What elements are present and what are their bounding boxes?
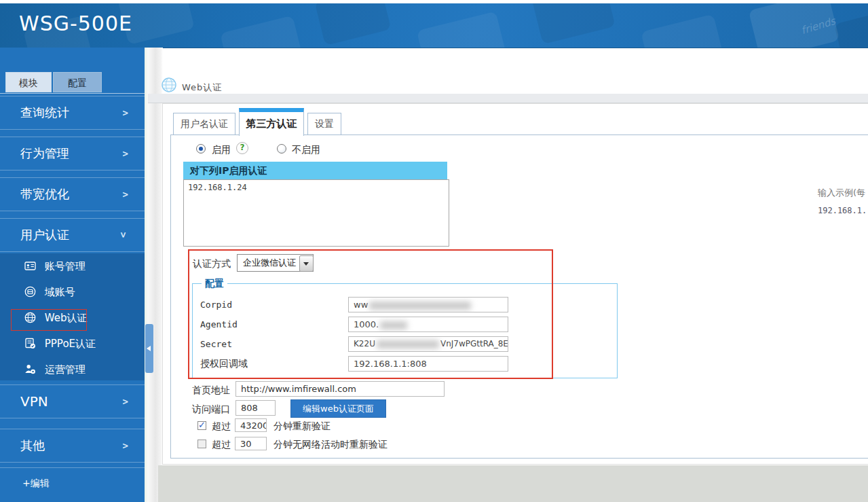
app-window: WSG-500E friends 模块 配置 查询统计 行为管理 带宽优化 用户… <box>0 0 868 502</box>
content-footer-area <box>158 465 868 502</box>
reauth-timeout-checkbox[interactable] <box>197 421 206 430</box>
sidebar-item-user-auth[interactable]: 用户认证 <box>0 218 145 252</box>
sidebar-item-pppoe-auth[interactable]: PPPoE认证 <box>0 334 145 353</box>
timeout2-suffix: 分钟无网络活动时重新验证 <box>273 439 388 451</box>
ip-list-header: 对下列IP启用认证 <box>183 162 447 179</box>
timeout2-prefix: 超过 <box>212 439 231 451</box>
sidebar-item-domain-account[interactable]: 域账号 <box>0 283 145 302</box>
secret-input[interactable]: K22UVnJ7wPGttRA_8E1B0 <box>348 336 508 352</box>
domain-account-icon <box>24 285 36 296</box>
timeout1-suffix: 分钟重新验证 <box>273 420 331 433</box>
secret-label: Secret <box>200 339 232 349</box>
timeout1-prefix: 超过 <box>212 420 231 433</box>
ip-hint-line1: 输入示例(每 <box>818 187 865 199</box>
sidebar-item-account-mgmt[interactable]: 账号管理 <box>0 257 145 276</box>
auth-method-label: 认证方式 <box>193 258 231 270</box>
secret-suffix-text: VnJ7wPGttRA_8E1B0 <box>440 339 508 348</box>
sidebar-item-query-stats[interactable]: 查询统计 <box>0 96 145 130</box>
help-icon[interactable]: ? <box>236 142 248 154</box>
sidebar-item-label: Web认证 <box>45 312 88 324</box>
sidebar-edit-button[interactable]: +编辑 <box>0 467 145 502</box>
sidebar-item-other[interactable]: 其他 <box>0 429 145 463</box>
sidebar-tab-config[interactable]: 配置 <box>53 72 102 92</box>
operator-person-icon <box>24 362 36 374</box>
globe-icon <box>162 77 176 92</box>
blurred-text <box>369 302 471 310</box>
chevron-right-icon <box>123 178 128 211</box>
tab-settings[interactable]: 设置 <box>307 113 341 135</box>
corpid-input[interactable]: ww <box>348 297 508 312</box>
globe-icon <box>24 310 36 322</box>
disable-radio-label[interactable]: 不启用 <box>292 144 320 156</box>
sidebar-tab-modules[interactable]: 模块 <box>5 72 52 92</box>
sidebar-item-label: 域账号 <box>45 286 75 298</box>
callback-domain-input[interactable]: 192.168.1.1:808 <box>348 356 508 372</box>
sidebar-item-label: 行为管理 <box>20 146 69 160</box>
config-legend: 配置 <box>202 278 227 290</box>
enable-radio-label[interactable]: 启用 <box>212 144 231 156</box>
timeout1-minutes-input[interactable] <box>235 418 267 432</box>
agentid-input[interactable]: 1000. <box>348 317 508 332</box>
id-card-icon <box>24 259 36 270</box>
sidebar-item-web-auth[interactable]: Web认证 <box>0 308 145 327</box>
sidebar-item-label: 查询统计 <box>20 105 69 120</box>
chevron-right-icon <box>123 429 128 462</box>
corpid-visible-text: ww <box>354 300 368 310</box>
sidebar-item-label: 运营管理 <box>45 363 86 376</box>
agentid-visible-text: 1000. <box>354 319 379 329</box>
sidebar: 模块 配置 查询统计 行为管理 带宽优化 用户认证 账号管理 域账号 <box>0 48 145 502</box>
edit-web-auth-page-button[interactable]: 编辑web认证页面 <box>290 399 386 418</box>
timeout2-minutes-input[interactable] <box>235 437 267 450</box>
sidebar-item-vpn[interactable]: VPN <box>0 384 145 418</box>
sidebar-item-label: 带宽优化 <box>20 187 69 201</box>
sidebar-item-bandwidth[interactable]: 带宽优化 <box>0 177 145 211</box>
product-title: WSG-500E <box>19 12 132 35</box>
header-banner: WSG-500E friends <box>0 3 868 48</box>
sidebar-item-behavior-mgmt[interactable]: 行为管理 <box>0 137 145 171</box>
sidebar-item-label: VPN <box>20 393 48 410</box>
home-url-label: 首页地址 <box>192 384 230 397</box>
ip-hint-line2: 192.168.1. <box>818 206 867 215</box>
chevron-right-icon <box>123 137 128 170</box>
corpid-label: Corpid <box>200 300 232 310</box>
blurred-text <box>380 321 407 329</box>
sidebar-item-label: 用户认证 <box>20 228 69 242</box>
sidebar-submenu-user-auth: 账号管理 域账号 Web认证 PPPoE认证 运营管理 <box>0 253 145 380</box>
sidebar-item-label: PPPoE认证 <box>45 338 96 350</box>
document-check-icon <box>24 336 36 348</box>
callback-domain-value: 192.168.1.1:808 <box>354 359 427 369</box>
tab-third-party-auth[interactable]: 第三方认证 <box>239 108 304 136</box>
chevron-right-icon <box>123 385 128 418</box>
blurred-text <box>377 340 439 348</box>
ip-list-textarea[interactable]: 192.168.1.24 <box>183 179 449 247</box>
enable-radio[interactable] <box>196 144 206 154</box>
port-input[interactable] <box>235 400 276 416</box>
sidebar-item-operations-mgmt[interactable]: 运营管理 <box>0 360 145 379</box>
sidebar-item-label: 账号管理 <box>45 260 86 272</box>
select-dropdown-arrow[interactable] <box>299 255 314 272</box>
home-url-input[interactable] <box>235 381 445 397</box>
secret-prefix-text: K22U <box>354 339 375 348</box>
sidebar-tab-underline <box>0 93 145 94</box>
toolbar-band <box>148 94 868 103</box>
chevron-right-icon <box>123 96 128 129</box>
disable-radio[interactable] <box>277 144 286 154</box>
callback-domain-label: 授权回调域 <box>200 358 248 370</box>
chevron-down-icon <box>107 232 140 238</box>
port-label: 访问端口 <box>192 404 230 416</box>
page-title: Web认证 <box>182 82 222 94</box>
tab-username-auth[interactable]: 用户名认证 <box>173 113 235 135</box>
agentid-label: Agentid <box>200 319 238 329</box>
sidebar-gutter <box>145 48 163 502</box>
idle-timeout-checkbox[interactable] <box>197 440 206 448</box>
sidebar-item-label: 其他 <box>20 438 45 452</box>
sidebar-collapse-handle[interactable] <box>145 324 153 373</box>
